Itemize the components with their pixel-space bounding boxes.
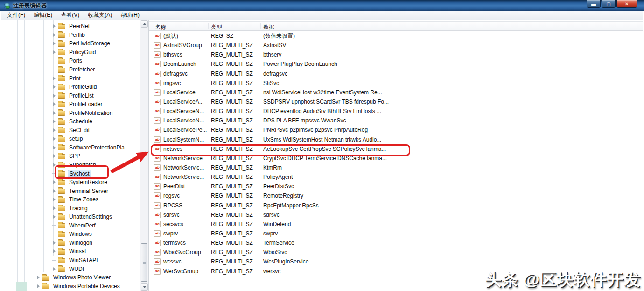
tree-item-winsat[interactable]: Winsat [1,247,140,256]
tree-item-svchost[interactable]: Svchost [1,169,140,178]
column-divider[interactable] [581,23,581,29]
menu-item-1[interactable]: 编辑(E) [29,10,56,20]
scroll-up-button[interactable] [141,20,148,28]
expand-arrow-icon[interactable] [51,153,57,159]
registry-value-row-imgsvc[interactable]: abimgsvcREG_MULTI_SZStiSvc [149,78,643,88]
menu-item-0[interactable]: 文件(F) [3,10,29,20]
registry-value-row-termsvcs[interactable]: abtermsvcsREG_MULTI_SZTermService [149,238,643,248]
registry-value-row-localservice[interactable]: abLocalServiceREG_MULTI_SZnsi WdiService… [149,88,643,97]
registry-value-row-networkservic[interactable]: abNetworkServic...REG_MULTI_SZKtmRm [149,163,643,172]
expand-arrow-icon[interactable] [51,144,57,150]
registry-value-row-localservicepe[interactable]: abLocalServicePe...REG_MULTI_SZPNRPSvc p… [149,125,643,135]
tree-item-profileguid[interactable]: ProfileGuid [1,83,140,92]
expand-arrow-icon[interactable] [51,84,57,90]
scrollbar-thumb[interactable] [141,243,147,282]
tree-item-windows[interactable]: Windows [1,230,140,239]
expand-arrow-icon[interactable] [51,41,57,47]
registry-value-row-axinstsvgroup[interactable]: abAxInstSVGroupREG_MULTI_SZAxInstSV [149,41,643,50]
registry-value-row-regsvc[interactable]: abregsvcREG_MULTI_SZRemoteRegistry [149,191,643,200]
close-button[interactable]: ✕ [616,0,637,8]
column-header-data[interactable]: 数据 [263,23,274,31]
registry-value-row-localservicen[interactable]: abLocalServiceN...REG_MULTI_SZDHCP event… [149,106,643,116]
expand-arrow-icon[interactable] [51,75,57,81]
column-divider[interactable] [260,23,261,29]
tree-item-winlogon[interactable]: Winlogon [1,239,140,248]
tree-item-peernet[interactable]: PeerNet [1,22,140,31]
tree-item-profileloader[interactable]: ProfileLoader [1,100,140,109]
registry-value-row-localsystemn[interactable]: abLocalSystemN...REG_MULTI_SZUxSms WdiSy… [149,135,643,144]
tree-scrollbar[interactable] [140,20,148,291]
tree-item-perhwidstorage[interactable]: PerHwIdStorage [1,39,140,48]
tree-item-spp[interactable]: SPP [1,152,140,161]
registry-value-row-wcssvc[interactable]: abwcssvcREG_MULTI_SZWcsPlugInService [149,257,643,266]
expand-arrow-icon[interactable] [35,275,42,281]
tree-item-tracing[interactable]: Tracing [1,204,140,213]
registry-value-row-dcomlaunch[interactable]: abDcomLaunchREG_MULTI_SZPower PlugPlay D… [149,59,643,69]
registry-value-row-defragsvc[interactable]: abdefragsvcREG_MULTI_SZdefragsvc [149,69,643,78]
registry-value-row-bthsvcs[interactable]: abbthsvcsREG_MULTI_SZbthserv [149,50,643,59]
registry-value-row-swprv[interactable]: abswprvREG_MULTI_SZswprv [149,229,643,238]
tree-item-superfetch[interactable]: Superfetch [1,161,140,170]
tree-item-prefetcher[interactable]: Prefetcher [1,65,140,74]
column-divider[interactable] [208,23,209,29]
tree-item-print[interactable]: Print [1,74,140,83]
tree-item-systemrestore[interactable]: SystemRestore [1,178,140,187]
expand-arrow-icon[interactable] [51,240,57,246]
expand-arrow-icon[interactable] [51,110,57,116]
expand-arrow-icon[interactable] [35,283,42,289]
registry-value-row-netsvcs[interactable]: abnetsvcsREG_MULTI_SZAeLookupSvc CertPro… [149,144,643,154]
registry-value-row-peerdist[interactable]: abPeerDistREG_MULTI_SZPeerDistSvc [149,182,643,191]
expand-arrow-icon[interactable] [51,127,57,133]
expand-arrow-icon[interactable] [51,101,57,107]
pane-splitter[interactable] [148,20,149,291]
menu-item-4[interactable]: 帮助(H) [116,10,144,20]
registry-value-row-sdrsvc[interactable]: absdrsvcREG_MULTI_SZsdrsvc [149,210,643,220]
tree-item-time-zones[interactable]: Time Zones [1,195,140,204]
expand-arrow-icon[interactable] [51,92,57,99]
expand-arrow-icon[interactable] [51,214,57,220]
tree-item-windows-photo-viewer[interactable]: Windows Photo Viewer [1,273,140,282]
column-header-type[interactable]: 类型 [211,23,222,31]
expand-arrow-icon[interactable] [51,119,57,125]
scroll-down-button[interactable] [141,283,148,291]
expand-arrow-icon[interactable] [51,197,57,203]
tree-item-setup[interactable]: setup [1,135,140,143]
tree-item-schedule[interactable]: Schedule [1,117,140,126]
tree-item-profilenotification[interactable]: ProfileNotification [1,108,140,117]
registry-value-row-networkservice[interactable]: abNetworkServiceREG_MULTI_SZCryptSvc DHC… [149,154,643,163]
value-type: REG_MULTI_SZ [211,183,253,190]
registry-value-row-localservicen[interactable]: abLocalServiceN...REG_MULTI_SZDPS PLA BF… [149,116,643,125]
registry-value-row-wbiosvcgroup[interactable]: abWbioSvcGroupREG_MULTI_SZWbioSrvc [149,248,643,257]
expand-arrow-icon[interactable] [51,179,57,185]
registry-value-row-secsvcs[interactable]: absecsvcsREG_MULTI_SZWinDefend [149,220,643,229]
menu-item-3[interactable]: 收藏夹(A) [84,10,116,20]
expand-arrow-icon[interactable] [51,32,57,38]
tree-item-wbemperf[interactable]: WbemPerf [1,221,140,230]
tree-item-terminal-server[interactable]: Terminal Server [1,186,140,195]
expand-arrow-icon[interactable] [51,205,57,211]
registry-value-row-networkservic[interactable]: abNetworkServic...REG_MULTI_SZPolicyAgen… [149,172,643,182]
tree-item-softwareprotectionpla[interactable]: SoftwareProtectionPla [1,143,140,152]
expand-arrow-icon[interactable] [51,49,57,55]
expand-arrow-icon[interactable] [51,266,57,272]
registry-value-row-localservicea[interactable]: abLocalServiceA...REG_MULTI_SZSSDPSRV up… [149,97,643,106]
tree-item-winsatapi[interactable]: WinSATAPI [1,256,140,265]
minimize-button[interactable]: ▬ [587,0,601,8]
expand-arrow-icon[interactable] [51,23,57,29]
expand-arrow-icon[interactable] [51,188,57,194]
tree-item-ports[interactable]: Ports [1,57,140,65]
tree-item-policyguid[interactable]: PolicyGuid [1,48,140,57]
registry-value-row-rpcss[interactable]: abRPCSSREG_MULTI_SZRpcEptMapper RpcSs [149,201,643,210]
tree-item-profilelist[interactable]: ProfileList [1,91,140,100]
maximize-button[interactable]: ▢ [602,0,616,8]
column-header-name[interactable]: 名称 [155,23,166,31]
tree-item-secedit[interactable]: SeCEdit [1,126,140,135]
expand-arrow-icon[interactable] [51,248,57,255]
menu-item-2[interactable]: 查看(V) [56,10,84,20]
expand-arrow-icon[interactable] [51,136,57,142]
expand-arrow-icon[interactable] [51,162,57,168]
tree-item-wudf[interactable]: WUDF [1,264,140,273]
registry-value-row-[interactable]: ab(默认)REG_SZ(数值未设置) [149,31,643,41]
tree-item-perflib[interactable]: Perflib [1,31,140,40]
tree-item-unattendsettings[interactable]: UnattendSettings [1,213,140,221]
